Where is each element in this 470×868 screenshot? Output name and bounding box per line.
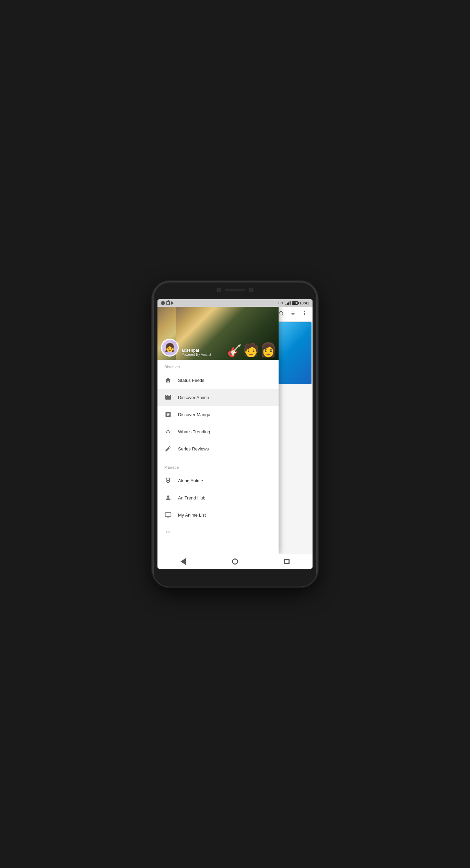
series-reviews-label: Series Reviews bbox=[178, 446, 209, 451]
nav-item-anitrendhub[interactable]: AniTrend Hub bbox=[157, 489, 279, 506]
status-bar: LTE 10:41 bbox=[157, 299, 313, 307]
signal-bar-1 bbox=[285, 304, 286, 305]
status-right-icons: LTE 10:41 bbox=[279, 301, 309, 305]
svg-point-1 bbox=[169, 432, 170, 433]
discover-anime-label: Discover Anime bbox=[178, 395, 209, 400]
nav-item-whats-trending[interactable]: What's Trending bbox=[157, 423, 279, 440]
battery-icon bbox=[292, 301, 298, 305]
movie-icon bbox=[164, 394, 172, 401]
drawer-nav: Discover Status Feeds Discover Anime bbox=[157, 360, 279, 554]
content-wrapper: SPRING bbox=[157, 307, 313, 554]
section-label-manage: Manage bbox=[157, 460, 279, 472]
circle-icon bbox=[161, 301, 165, 305]
status-feeds-label: Status Feeds bbox=[178, 378, 204, 383]
drawer-banner: 🎸 🧑 👩 👧 acsenpai Powered By A bbox=[157, 307, 279, 360]
back-button[interactable] bbox=[178, 556, 188, 567]
search-icon[interactable] bbox=[279, 310, 285, 318]
nav-item-airing-anime[interactable]: Airing Anime bbox=[157, 472, 279, 489]
status-left-icons bbox=[161, 301, 174, 305]
airing-anime-label: Airing Anime bbox=[178, 478, 203, 483]
more-icon bbox=[164, 528, 172, 536]
more-vert-icon[interactable] bbox=[301, 310, 307, 318]
nav-drawer: 🎸 🧑 👩 👧 acsenpai Powered By A bbox=[157, 307, 279, 554]
nav-item-status-feeds[interactable]: Status Feeds bbox=[157, 372, 279, 389]
signal-bar-3 bbox=[288, 302, 289, 305]
whats-trending-label: What's Trending bbox=[178, 429, 210, 434]
nav-item-discover-manga[interactable]: Discover Manga bbox=[157, 406, 279, 423]
battery-fill bbox=[293, 302, 296, 304]
hourglass-icon bbox=[164, 477, 172, 484]
group-icon bbox=[164, 494, 172, 502]
recent-button[interactable] bbox=[282, 556, 292, 567]
nav-item-more[interactable] bbox=[157, 523, 279, 541]
home-icon bbox=[164, 376, 172, 384]
camera-2 bbox=[249, 288, 254, 292]
discover-manga-label: Discover Manga bbox=[178, 412, 210, 417]
phone-top bbox=[216, 288, 254, 292]
screen: LTE 10:41 SPRING bbox=[157, 299, 313, 569]
banner-user-info: acsenpai Powered By AniList bbox=[181, 348, 211, 357]
recent-icon bbox=[284, 559, 290, 564]
svg-point-2 bbox=[167, 430, 169, 431]
list-alt-icon bbox=[164, 411, 172, 418]
home-button[interactable] bbox=[230, 556, 240, 567]
edit-icon bbox=[164, 445, 172, 453]
nav-item-discover-anime[interactable]: Discover Anime bbox=[157, 389, 279, 406]
lte-badge: LTE bbox=[279, 301, 284, 305]
powered-by-label: Powered By AniList bbox=[181, 353, 211, 357]
clock: 10:41 bbox=[299, 301, 309, 305]
trending-icon bbox=[164, 428, 172, 435]
nav-divider-1 bbox=[157, 459, 279, 459]
signal-bars bbox=[285, 301, 291, 305]
bottom-nav-bar bbox=[157, 554, 313, 569]
nav-item-series-reviews[interactable]: Series Reviews bbox=[157, 440, 279, 457]
section-label-discover: Discover bbox=[157, 360, 279, 372]
user-avatar[interactable]: 👧 bbox=[161, 339, 179, 357]
anitrendhub-label: AniTrend Hub bbox=[178, 495, 205, 501]
phone-frame: LTE 10:41 SPRING bbox=[153, 281, 317, 587]
signal-bar-2 bbox=[287, 303, 288, 305]
filter-icon[interactable] bbox=[290, 310, 296, 318]
username-label: acsenpai bbox=[181, 348, 211, 353]
play-icon bbox=[171, 301, 174, 305]
drawer-header: 🎸 🧑 👩 👧 acsenpai Powered By A bbox=[157, 307, 279, 360]
speaker bbox=[225, 289, 245, 291]
my-anime-list-label: My Anime List bbox=[178, 513, 206, 518]
tv-icon bbox=[164, 511, 172, 519]
lock-icon bbox=[166, 301, 170, 305]
camera bbox=[216, 288, 221, 292]
back-icon bbox=[180, 558, 186, 565]
volume-up-button[interactable] bbox=[317, 377, 317, 395]
svg-point-0 bbox=[166, 432, 167, 433]
home-button-icon bbox=[232, 558, 238, 565]
nav-item-my-anime-list[interactable]: My Anime List bbox=[157, 506, 279, 523]
signal-bar-4 bbox=[290, 301, 291, 305]
volume-down-button[interactable] bbox=[317, 400, 317, 417]
